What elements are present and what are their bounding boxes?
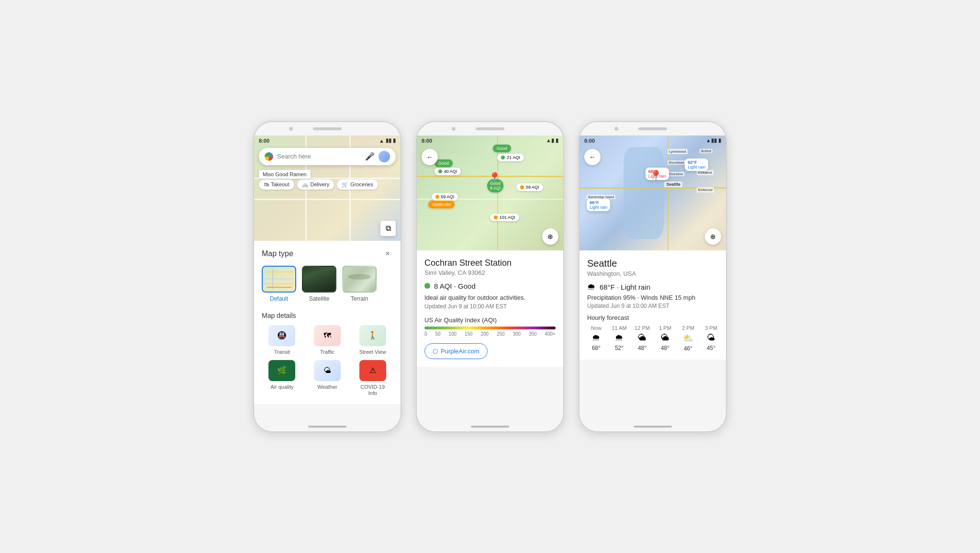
traffic-label: Traffic (320, 349, 334, 355)
weather-icon-box: 🌤 (314, 360, 341, 381)
status-time-3: 8:00 (584, 138, 595, 144)
aqi-label-100: 100 (448, 331, 457, 337)
filter-chips: 🛍 Takeout 🚲 Delivery 🛒 Groceries (254, 180, 401, 190)
terrain-thumb (342, 266, 377, 293)
groceries-chip[interactable]: 🛒 Groceries (337, 180, 378, 190)
detail-traffic[interactable]: 🗺 Traffic (307, 325, 348, 355)
phone-1-content: 8:00 ▲ ▮▮ ▮ Search here 🎤 (254, 135, 401, 422)
aqi-101-label: 101 AQI (500, 215, 515, 220)
phone-1-camera (289, 127, 293, 131)
default-thumb (262, 266, 296, 293)
purple-air-button[interactable]: ⬡ PurpleAir.com (424, 343, 488, 359)
hourly-2pm-icon: ⛅ (683, 333, 693, 343)
groceries-icon: 🛒 (342, 181, 348, 188)
purple-air-label: PurpleAir.com (441, 348, 479, 355)
hourly-1pm: 1 PM 🌥 48° (656, 325, 674, 352)
map-type-title: Map type (262, 249, 293, 258)
hourly-now-temp: 68° (592, 345, 601, 351)
map-type-default[interactable]: Default (262, 266, 296, 302)
phone-2-top-bar (417, 122, 563, 135)
panel-header: Map type × (262, 248, 393, 259)
covid-icon-box: ⚠ (359, 360, 386, 381)
aqi-scale-title: US Air Quality Index (AQI) (424, 316, 556, 324)
hourly-1pm-time: 1 PM (659, 325, 671, 331)
aqi-moderate-label: Moderate (432, 202, 450, 207)
battery-icon-3: ▮ (718, 137, 721, 144)
delivery-chip[interactable]: 🚲 Delivery (297, 180, 334, 190)
phone-1-bottom-bar (254, 422, 401, 431)
weather-current: 🌧 68°F · Light rain (587, 282, 718, 292)
location-button-3[interactable]: ⊕ (705, 228, 721, 245)
battery-icon-2: ▮ (556, 137, 558, 144)
back-button-3[interactable]: ← (584, 149, 601, 165)
map-label-bothell: Bothell (700, 149, 713, 153)
map-label-shoreline: Shoreline (668, 172, 685, 176)
aqi-label-350: 350 (529, 331, 537, 337)
aqi-info-panel: Cochran Street Station Simi Valley, CA 9… (417, 250, 563, 367)
mic-icon[interactable]: 🎤 (365, 152, 375, 161)
aqi-dot-59l (435, 195, 439, 199)
wifi-icon-1: ▲ (379, 138, 384, 144)
street-icon-box: 🚶 (359, 325, 386, 346)
hourly-11am-temp: 52° (615, 345, 624, 351)
aqi-label-0: 0 (424, 331, 427, 337)
aqi-reading: 8 AQI · Good (424, 282, 556, 290)
map-type-satellite[interactable]: Satellite (302, 266, 336, 302)
map-type-panel: Map type × Default (254, 241, 401, 405)
phone-3-bottom-bar (579, 422, 726, 431)
avatar[interactable] (379, 151, 390, 162)
aqi-dot-good (501, 156, 505, 159)
phone-1-speaker (313, 127, 342, 130)
phone-2: 8:00 ▲▮ ▮ ← 21 AQI Good (416, 121, 564, 432)
signal-icon-2: ▲▮ (546, 137, 554, 144)
aqi-dot-40 (438, 169, 442, 173)
status-icons-2: ▲▮ ▮ (546, 137, 558, 144)
weather-updated: Updated Jun 9 at 10:00 AM EST (587, 303, 718, 309)
aqi-badge-21: 21 AQI (497, 154, 524, 161)
status-icons-1: ▲ ▮▮ ▮ (379, 137, 396, 144)
status-bar-3: 8:00 ▲▮▮ ▮ (579, 135, 726, 146)
search-bar[interactable]: Search here 🎤 (259, 148, 396, 165)
phone-3-speaker (638, 127, 667, 130)
aqi-scale-labels: 0 50 100 150 200 250 300 350 400+ (424, 331, 556, 337)
aqi-badge-59-right: 59 AQI (516, 183, 543, 191)
aqi-value: 8 AQI · Good (434, 282, 476, 290)
close-button[interactable]: × (382, 248, 393, 259)
detail-weather[interactable]: 🌤 Weather (307, 360, 348, 396)
delivery-label: Delivery (311, 181, 330, 187)
status-icons-3: ▲▮▮ ▮ (706, 137, 721, 144)
wifi-icon-3: ▲▮▮ (706, 137, 717, 144)
aqi-badge-moderate: Moderate (428, 201, 454, 208)
aqi-road-v (497, 135, 498, 250)
weather-62-desc: Light rain (688, 165, 705, 169)
hourly-now-time: Now (591, 325, 601, 331)
takeout-icon: 🛍 (264, 181, 269, 187)
place-name: Miso Good Ramen (263, 171, 307, 177)
search-text: Search here (277, 153, 361, 160)
map-type-terrain[interactable]: Terrain (342, 266, 377, 302)
hourly-12pm-icon: 🌥 (638, 333, 646, 343)
hourly-2pm: 2 PM ⛅ 46° (679, 325, 697, 352)
signal-icon-1: ▮▮ (386, 137, 391, 144)
layers-button[interactable]: ⧉ (380, 221, 396, 236)
detail-transit[interactable]: 🚇 Transit (262, 325, 302, 355)
takeout-chip[interactable]: 🛍 Takeout (259, 180, 294, 190)
status-time-1: 8:00 (259, 138, 269, 144)
water-body (624, 147, 665, 239)
aqi-map: 8:00 ▲▮ ▮ ← 21 AQI Good (417, 135, 563, 250)
google-logo (265, 152, 273, 161)
detail-covid[interactable]: ⚠ COVID-19 Info (352, 360, 393, 396)
map-road-h2 (254, 199, 401, 200)
home-indicator-1 (308, 426, 346, 428)
place-chip: Miso Good Ramen (259, 170, 311, 179)
home-indicator-2 (471, 426, 509, 428)
weather-callout-66: 66°F Light rain (587, 199, 610, 211)
hourly-3pm: 3 PM 🌤 45° (702, 325, 718, 352)
back-button-2[interactable]: ← (422, 149, 438, 165)
detail-air-quality[interactable]: 🌿 Air quality (262, 360, 302, 396)
traffic-icon-box: 🗺 (314, 325, 341, 346)
city-name: Seattle (587, 258, 718, 269)
location-button-2[interactable]: ⊕ (542, 228, 558, 245)
detail-street-view[interactable]: 🚶 Street View (352, 325, 393, 355)
aqi-updated: Updated Jun 9 at 10:00 AM EST (424, 303, 556, 310)
